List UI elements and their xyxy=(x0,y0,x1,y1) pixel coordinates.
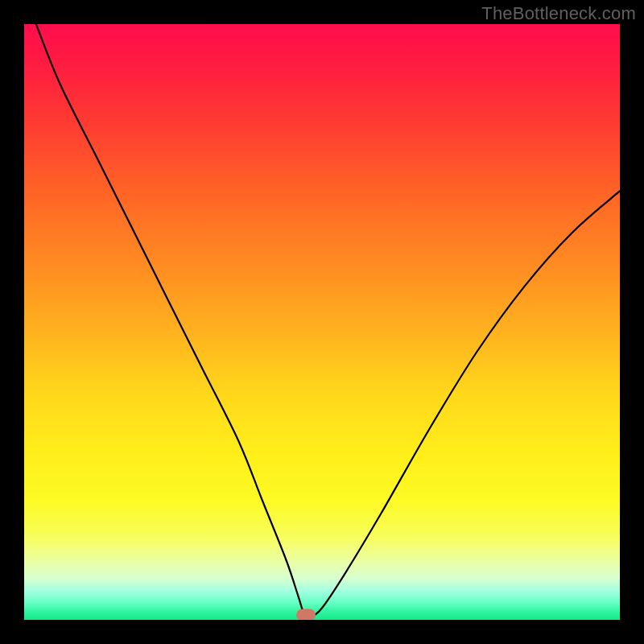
optimal-point-marker xyxy=(296,609,316,620)
bottleneck-curve xyxy=(24,24,620,620)
plot-area xyxy=(24,24,620,620)
chart-frame: TheBottleneck.com xyxy=(0,0,644,644)
watermark-text: TheBottleneck.com xyxy=(481,3,636,24)
